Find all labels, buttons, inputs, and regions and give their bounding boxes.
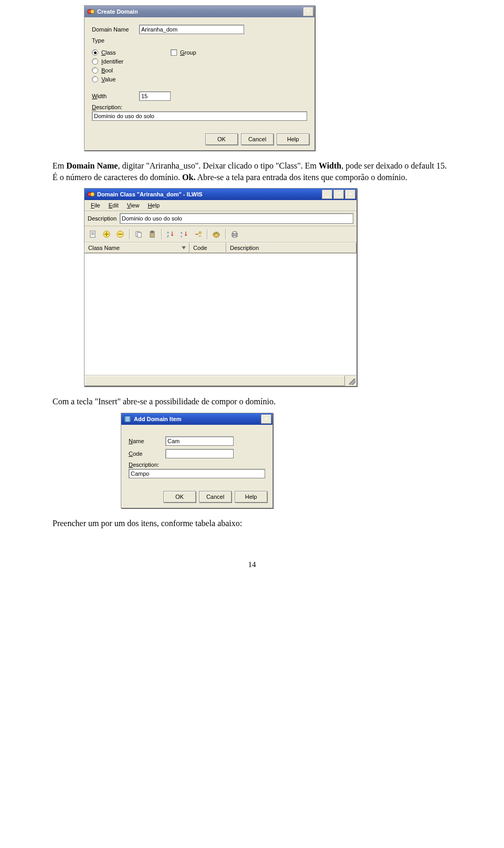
menu-help[interactable]: Help xyxy=(143,201,164,210)
help-button[interactable]: Help xyxy=(277,133,309,145)
minimize-icon[interactable]: _ xyxy=(322,190,332,199)
column-description[interactable]: Description xyxy=(226,243,356,253)
paragraph-2: Com a tecla "Insert" abre-se a possibili… xyxy=(52,396,452,407)
domain-name-label: Domain Name xyxy=(92,26,139,33)
domain-icon xyxy=(87,190,95,198)
status-cell xyxy=(85,375,345,386)
radio-icon xyxy=(92,67,98,74)
name-input[interactable] xyxy=(165,436,234,446)
toolbar-separator xyxy=(161,229,162,239)
width-input[interactable] xyxy=(139,91,171,101)
paste-icon[interactable] xyxy=(146,228,159,240)
item-description-input[interactable] xyxy=(129,469,265,478)
type-bool-label: Bool xyxy=(101,67,113,74)
close-icon[interactable]: × xyxy=(261,414,271,424)
type-value-label: Value xyxy=(101,76,116,82)
list-body[interactable] xyxy=(85,254,356,375)
description-input[interactable] xyxy=(92,111,307,121)
svg-point-19 xyxy=(217,234,218,235)
domain-class-editor-window: Domain Class "Ariranha_dom" - ILWIS _ ▢ … xyxy=(84,188,357,386)
edit-icon[interactable] xyxy=(87,228,99,240)
toolbar-separator xyxy=(225,229,226,239)
close-icon[interactable]: × xyxy=(345,190,355,199)
svg-rect-4 xyxy=(90,231,95,237)
svg-text:A: A xyxy=(167,231,169,234)
svg-point-15 xyxy=(199,232,201,234)
ilwis-title: Domain Class "Ariranha_dom" - ILWIS xyxy=(97,191,321,197)
add-domain-item-dialog: Add Domain Item × Name Code Description:… xyxy=(121,413,273,508)
ok-button[interactable]: OK xyxy=(163,491,196,502)
svg-point-18 xyxy=(216,233,217,234)
page-number: 14 xyxy=(52,560,452,569)
sort-manual-icon[interactable] xyxy=(192,228,204,240)
add-item-titlebar[interactable]: Add Domain Item × xyxy=(121,413,272,425)
type-label: Type xyxy=(92,37,139,44)
resize-grip-icon[interactable] xyxy=(345,375,356,386)
toolbar-separator xyxy=(129,229,130,239)
svg-text:a: a xyxy=(181,231,183,234)
sort-az-down-icon[interactable]: AZ xyxy=(164,228,177,240)
print-icon[interactable] xyxy=(228,228,241,240)
item-description-label: Description: xyxy=(129,462,265,468)
help-button[interactable]: Help xyxy=(235,491,267,502)
paragraph-1: Em Domain Name, digitar "Ariranha_uso". … xyxy=(52,160,452,183)
type-class-label: Class xyxy=(101,49,116,56)
type-bool-radio[interactable]: Bool xyxy=(92,67,171,74)
ilwis-titlebar[interactable]: Domain Class "Ariranha_dom" - ILWIS _ ▢ … xyxy=(85,189,356,200)
menu-view[interactable]: View xyxy=(123,201,144,210)
column-code[interactable]: Code xyxy=(190,243,226,253)
radio-icon xyxy=(92,58,98,65)
code-label: Code xyxy=(129,451,165,457)
width-label: Width xyxy=(92,93,139,99)
menu-edit[interactable]: Edit xyxy=(104,201,123,210)
radio-icon xyxy=(92,76,98,82)
radio-icon xyxy=(92,49,98,56)
domain-name-input[interactable] xyxy=(139,25,244,34)
type-value-radio[interactable]: Value xyxy=(92,76,171,82)
create-domain-dialog: Create Domain × Domain Name Type Class xyxy=(84,5,315,151)
description-bar: Description xyxy=(85,211,356,226)
type-group-checkbox[interactable]: Group xyxy=(171,49,196,56)
svg-text:z: z xyxy=(181,235,182,238)
column-classname[interactable]: Class Name xyxy=(85,243,190,253)
type-identifier-radio[interactable]: Identifier xyxy=(92,58,171,65)
paragraph-3: Preencher um por um dos itens, conforme … xyxy=(52,518,452,529)
copy-icon[interactable] xyxy=(132,228,145,240)
svg-rect-21 xyxy=(233,232,236,234)
column-classname-label: Class Name xyxy=(88,245,120,251)
cancel-button[interactable]: Cancel xyxy=(241,133,274,145)
add-icon[interactable] xyxy=(100,228,113,240)
remove-icon[interactable] xyxy=(114,228,127,240)
toolbar: AZ az xyxy=(85,226,356,243)
menubar: File Edit View Help xyxy=(85,200,356,211)
maximize-icon[interactable]: ▢ xyxy=(333,190,344,199)
svg-text:Z: Z xyxy=(167,235,169,238)
statusbar xyxy=(85,375,356,386)
toolbar-separator xyxy=(207,229,207,239)
checkbox-icon xyxy=(171,49,177,56)
desc-label: Description xyxy=(88,215,117,222)
create-domain-titlebar[interactable]: Create Domain × xyxy=(85,6,314,17)
add-item-icon xyxy=(123,415,132,423)
close-icon[interactable]: × xyxy=(303,7,313,16)
type-identifier-label: Identifier xyxy=(101,58,123,65)
code-input[interactable] xyxy=(165,449,234,458)
desc-input[interactable] xyxy=(120,213,353,224)
svg-rect-8 xyxy=(138,233,141,237)
ok-button[interactable]: OK xyxy=(205,133,238,145)
sort-az-up-icon[interactable]: az xyxy=(178,228,191,240)
palette-icon[interactable] xyxy=(210,228,223,240)
menu-file[interactable]: File xyxy=(87,201,104,210)
name-label: Name xyxy=(129,438,165,444)
domain-icon xyxy=(87,7,95,16)
type-class-radio[interactable]: Class xyxy=(92,49,171,56)
svg-rect-22 xyxy=(233,236,236,237)
svg-point-1 xyxy=(90,9,94,14)
create-domain-title: Create Domain xyxy=(97,8,302,15)
cancel-button[interactable]: Cancel xyxy=(199,491,232,502)
type-group-label: Group xyxy=(180,49,196,56)
svg-point-17 xyxy=(214,234,215,235)
sort-indicator-icon xyxy=(182,246,186,249)
add-item-title: Add Domain Item xyxy=(134,416,260,422)
description-label: Description: xyxy=(92,104,307,110)
